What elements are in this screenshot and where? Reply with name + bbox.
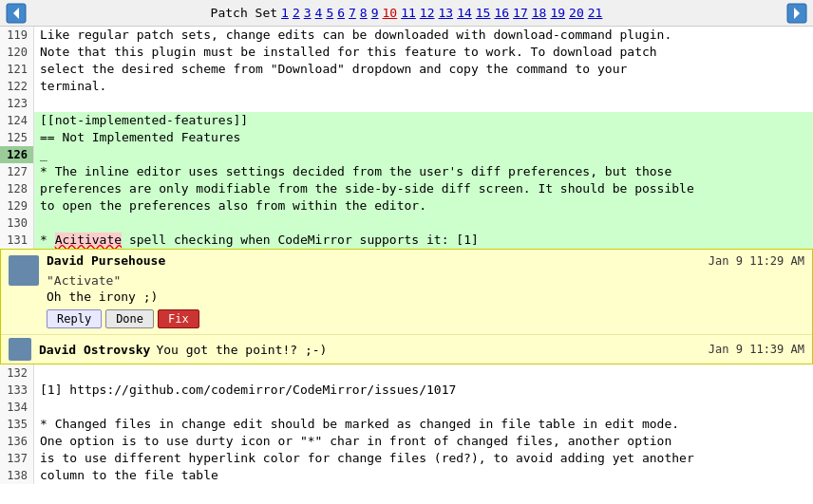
line-content: to open the preferences also from within… bbox=[34, 197, 813, 215]
table-row: 126_ bbox=[0, 146, 813, 163]
comment-header: David Pursehouse Jan 9 11:29 AM bbox=[1, 250, 812, 271]
line-content: == Not Implemented Features bbox=[34, 129, 813, 146]
patch-num-7[interactable]: 7 bbox=[349, 6, 356, 20]
line-content bbox=[34, 399, 813, 416]
line-number: 132 bbox=[0, 364, 34, 382]
line-content: * Acitivate spell checking when CodeMirr… bbox=[34, 232, 813, 249]
patch-num-4[interactable]: 4 bbox=[315, 6, 323, 20]
line-number: 136 bbox=[0, 433, 34, 450]
line-number: 124 bbox=[0, 112, 34, 129]
line-number: 130 bbox=[0, 215, 34, 232]
patch-num-11[interactable]: 11 bbox=[401, 6, 416, 20]
line-number: 123 bbox=[0, 95, 34, 112]
table-row: 125== Not Implemented Features bbox=[0, 129, 813, 146]
line-number: 119 bbox=[0, 27, 34, 44]
line-content bbox=[34, 364, 813, 382]
patch-number-list: 123456789101112131415161718192021 bbox=[281, 6, 602, 20]
line-number: 121 bbox=[0, 61, 34, 78]
patch-num-2[interactable]: 2 bbox=[293, 6, 300, 20]
line-number: 127 bbox=[0, 163, 34, 180]
patch-num-16[interactable]: 16 bbox=[494, 6, 509, 20]
table-row: 129to open the preferences also from wit… bbox=[0, 197, 813, 215]
line-number: 137 bbox=[0, 450, 34, 467]
table-row: 131* Acitivate spell checking when CodeM… bbox=[0, 232, 813, 249]
table-row: 132 bbox=[0, 364, 813, 382]
avatar-2 bbox=[9, 338, 31, 361]
comment-body-wrapper: David Pursehouse Jan 9 11:29 AM "Activat… bbox=[1, 250, 812, 334]
patch-num-19[interactable]: 19 bbox=[550, 6, 565, 20]
patch-num-8[interactable]: 8 bbox=[360, 6, 368, 20]
patch-num-1[interactable]: 1 bbox=[281, 6, 289, 20]
patch-num-15[interactable]: 15 bbox=[476, 6, 491, 20]
line-number: 133 bbox=[0, 382, 34, 399]
patch-num-17[interactable]: 17 bbox=[513, 6, 528, 20]
table-row: 122terminal. bbox=[0, 78, 813, 95]
line-number: 125 bbox=[0, 129, 34, 146]
patch-num-13[interactable]: 13 bbox=[438, 6, 453, 20]
fix-button[interactable]: Fix bbox=[158, 309, 199, 328]
comment-reply-row: David Ostrovsky You got the point!? ;-) … bbox=[1, 334, 812, 364]
line-content: terminal. bbox=[34, 78, 813, 95]
line-number: 131 bbox=[0, 232, 34, 249]
table-row: 136One option is to use durty icon or "*… bbox=[0, 433, 813, 450]
patch-num-3[interactable]: 3 bbox=[304, 6, 312, 20]
comment-popup: David Pursehouse Jan 9 11:29 AM "Activat… bbox=[0, 249, 813, 364]
patch-num-20[interactable]: 20 bbox=[569, 6, 584, 20]
patch-num-12[interactable]: 12 bbox=[420, 6, 435, 20]
patch-num-9[interactable]: 9 bbox=[371, 6, 379, 20]
line-content: * The inline editor uses settings decide… bbox=[34, 163, 813, 180]
comment2-date: Jan 9 11:39 AM bbox=[709, 343, 804, 356]
line-content: column to the file table bbox=[34, 467, 813, 484]
line-number: 128 bbox=[0, 180, 34, 197]
patch-set-label: Patch Set bbox=[211, 6, 277, 20]
line-content: _ bbox=[34, 146, 813, 163]
table-row: 123 bbox=[0, 95, 813, 112]
table-row: 133[1] https://github.com/codemirror/Cod… bbox=[0, 382, 813, 399]
reply-button[interactable]: Reply bbox=[47, 309, 102, 328]
done-button[interactable]: Done bbox=[105, 309, 154, 328]
comment2-author: David Ostrovsky bbox=[39, 343, 150, 357]
patch-num-18[interactable]: 18 bbox=[532, 6, 547, 20]
patch-num-21[interactable]: 21 bbox=[588, 6, 603, 20]
line-content bbox=[34, 95, 813, 112]
table-row: 119Like regular patch sets, change edits… bbox=[0, 27, 813, 44]
comment-quoted: "Activate" bbox=[47, 273, 804, 288]
comment-actions: Reply Done Fix bbox=[1, 306, 812, 334]
table-row: 137is to use different hyperlink color f… bbox=[0, 450, 813, 467]
avatar bbox=[9, 255, 39, 286]
line-number: 129 bbox=[0, 197, 34, 215]
table-row: 124[[not-implemented-features]] bbox=[0, 112, 813, 129]
left-nav-icon[interactable] bbox=[6, 3, 27, 24]
table-row: 128preferences are only modifiable from … bbox=[0, 180, 813, 197]
patch-num-14[interactable]: 14 bbox=[457, 6, 472, 20]
line-content: select the desired scheme from "Download… bbox=[34, 61, 813, 78]
line-content: [1] https://github.com/codemirror/CodeMi… bbox=[34, 382, 813, 399]
line-number: 138 bbox=[0, 467, 34, 484]
table-row: 120Note that this plugin must be install… bbox=[0, 44, 813, 61]
code-area-bottom: 132133[1] https://github.com/codemirror/… bbox=[0, 364, 813, 484]
line-number: 135 bbox=[0, 416, 34, 433]
comment-content: "Activate" Oh the irony ;) bbox=[1, 271, 812, 306]
comment-author: David Pursehouse bbox=[47, 253, 165, 268]
table-row: 138column to the file table bbox=[0, 467, 813, 484]
patch-num-5[interactable]: 5 bbox=[326, 6, 333, 20]
line-content: Like regular patch sets, change edits ca… bbox=[34, 27, 813, 44]
right-nav-icon[interactable] bbox=[786, 3, 807, 24]
line-content: preferences are only modifiable from the… bbox=[34, 180, 813, 197]
table-row: 135* Changed files in change edit should… bbox=[0, 416, 813, 433]
line-content bbox=[34, 215, 813, 232]
line-content: * Changed files in change edit should be… bbox=[34, 416, 813, 433]
patch-set-header: Patch Set 123456789101112131415161718192… bbox=[0, 0, 813, 27]
table-row: 134 bbox=[0, 399, 813, 416]
misspelled-word: Acitivate bbox=[55, 233, 122, 247]
patch-num-10[interactable]: 10 bbox=[383, 6, 398, 20]
comment2-text: You got the point!? ;-) bbox=[156, 343, 708, 357]
table-row: 127* The inline editor uses settings dec… bbox=[0, 163, 813, 180]
comment-date: Jan 9 11:29 AM bbox=[709, 254, 804, 268]
line-content: [[not-implemented-features]] bbox=[34, 112, 813, 129]
line-number: 122 bbox=[0, 78, 34, 95]
line-content: Note that this plugin must be installed … bbox=[34, 44, 813, 61]
patch-num-6[interactable]: 6 bbox=[337, 6, 345, 20]
line-number: 126 bbox=[0, 146, 34, 163]
line-content: is to use different hyperlink color for … bbox=[34, 450, 813, 467]
